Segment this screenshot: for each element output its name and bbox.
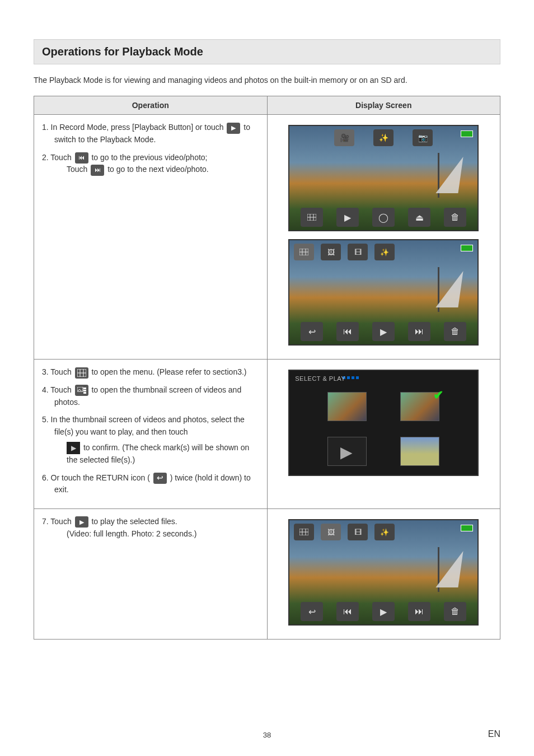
photo-mode-icon: 📷 — [413, 129, 433, 146]
slideshow-tab-icon: 🎞 — [348, 244, 368, 260]
next-icon: ⏭ — [408, 602, 430, 621]
col-operation-header: Operation — [34, 96, 268, 115]
decorative-sail — [436, 271, 463, 307]
svg-rect-14 — [83, 390, 86, 391]
trash-icon: 🗑 — [444, 322, 466, 341]
step-2b-post: to go to the next video/photo. — [107, 165, 209, 174]
section-title: Operations for Playback Mode — [42, 45, 492, 58]
effects-mode-icon: ✨ — [373, 129, 394, 146]
thumbnail-icon — [75, 385, 88, 396]
step-6: 6. Or touch the RETURN icon ( ) twice (h… — [42, 472, 259, 496]
thumbnail-tab-icon: 🖼 — [321, 244, 341, 260]
playback-screen-3: 🖼 🎞 ✨ ↩ ⏮ ▶ ⏭ 🗑 — [288, 519, 479, 626]
step-5: 5. In the thumbnail screen of videos and… — [42, 414, 259, 466]
grid-tab-icon — [294, 524, 314, 540]
playback-mode-icon — [227, 123, 240, 134]
confirm-play-icon — [67, 442, 80, 454]
effects-tab-icon: ✨ — [374, 524, 395, 540]
step-5-text: 5. In the thumbnail screen of videos and… — [42, 415, 245, 436]
step-2: 2. Touch to go to the previous video/pho… — [42, 152, 259, 176]
decorative-sail — [436, 551, 463, 587]
next-icon: ⏭ — [408, 322, 430, 341]
operation-cell-3: 7. Touch to play the selected files. (Vi… — [34, 509, 268, 640]
camera-icon: ◯ — [372, 208, 395, 227]
step-4-pre: 4. Touch — [42, 385, 74, 394]
table-row: 1. In Record Mode, press [Playback Butto… — [34, 115, 500, 360]
display-cell-3: 🖼 🎞 ✨ ↩ ⏮ ▶ ⏭ 🗑 — [267, 509, 500, 640]
select-play-screen: SELECT & PLAY — [288, 370, 479, 476]
display-cell-2: SELECT & PLAY — [267, 360, 500, 509]
grid-tab-icon — [294, 244, 314, 260]
section-header: Operations for Playback Mode — [34, 39, 500, 64]
step-1: 1. In Record Mode, press [Playback Butto… — [42, 122, 259, 146]
step-2b-pre: Touch — [67, 165, 90, 174]
col-display-header: Display Screen — [267, 96, 500, 115]
step-2-pre: 2. Touch — [42, 153, 74, 162]
top-mode-bar: 🎥 ✨ 📷 — [289, 129, 477, 146]
prev-icon: ⏮ — [336, 602, 359, 621]
thumbnail-item — [400, 437, 439, 466]
bottom-tool-bar: ▶ ◯ ⏏ 🗑 — [289, 208, 477, 227]
trash-icon: 🗑 — [444, 208, 466, 227]
step-1-pre: 1. In Record Mode, press [Playback Butto… — [42, 123, 226, 132]
step-7-pre: 7. Touch — [42, 517, 74, 526]
play-icon: ▶ — [372, 322, 395, 341]
play-icon: ▶ — [336, 208, 359, 227]
slideshow-tab-icon: 🎞 — [348, 524, 368, 540]
table-row: 7. Touch to play the selected files. (Vi… — [34, 509, 500, 640]
svg-rect-13 — [83, 388, 86, 389]
return-icon — [153, 473, 167, 484]
step-3-pre: 3. Touch — [42, 367, 74, 376]
page: Operations for Playback Mode The Playbac… — [0, 0, 534, 756]
table-row: 3. Touch to open the menu. (Please refer… — [34, 360, 500, 509]
thumbnail-play-button — [327, 437, 367, 466]
play-icon: ▶ — [372, 602, 395, 621]
prev-icon: ⏮ — [336, 322, 359, 341]
operation-cell-1: 1. In Record Mode, press [Playback Butto… — [34, 115, 268, 360]
bottom-nav-bar: ↩ ⏮ ▶ ⏭ 🗑 — [289, 322, 477, 341]
video-mode-icon: 🎥 — [334, 129, 354, 146]
effects-tab-icon: ✨ — [374, 244, 395, 260]
trash-icon: 🗑 — [444, 602, 466, 621]
thumbnail-grid — [289, 392, 477, 476]
thumbnail-item — [327, 392, 367, 421]
return-icon: ↩ — [301, 602, 323, 621]
step-7: 7. Touch to play the selected files. (Vi… — [42, 516, 259, 540]
step-2-line2: Touch to go to the next video/photo. — [67, 164, 259, 176]
decorative-sail — [436, 157, 463, 193]
step-6-pre: 6. Or touch the RETURN icon ( — [42, 473, 152, 482]
next-icon — [91, 165, 104, 176]
select-play-label: SELECT & PLAY — [295, 375, 345, 382]
step-7-post: to play the selected files. — [91, 517, 177, 526]
page-number: 38 — [263, 731, 271, 739]
thumbnail-item-checked — [400, 392, 439, 421]
step-7-line2: (Video: full length. Photo: 2 seconds.) — [67, 528, 259, 540]
bottom-nav-bar: ↩ ⏮ ▶ ⏭ 🗑 — [289, 602, 477, 621]
step-3: 3. Touch to open the menu. (Please refer… — [42, 366, 259, 379]
display-cell-1: 🎥 ✨ 📷 ▶ ◯ ⏏ — [267, 115, 500, 360]
step-2-mid: to go to the previous video/photo; — [91, 153, 207, 162]
return-icon: ↩ — [301, 322, 323, 341]
step-5b: to confirm. (The check mark(s) will be s… — [67, 442, 259, 466]
step-3-post: to open the menu. (Please refer to secti… — [91, 367, 246, 376]
step-5b-text: to confirm. (The check mark(s) will be s… — [67, 443, 249, 464]
previous-icon — [75, 152, 88, 164]
battery-icon — [461, 245, 473, 251]
language-label: EN — [488, 729, 500, 739]
share-icon: ⏏ — [408, 208, 430, 227]
play-icon — [75, 516, 88, 528]
top-submode-bar: 🖼 🎞 ✨ — [294, 524, 395, 540]
menu-grid-icon — [75, 367, 88, 379]
step-4: 4. Touch to open the thumbnail screen of… — [42, 384, 259, 408]
svg-rect-15 — [83, 392, 86, 394]
page-footer: 38 EN — [0, 731, 534, 739]
battery-icon — [461, 525, 473, 531]
intro-text: The Playback Mode is for viewing and man… — [34, 74, 500, 86]
thumbnail-tab-icon: 🖼 — [321, 524, 341, 540]
operations-table: Operation Display Screen 1. In Record Mo… — [34, 96, 500, 640]
battery-icon — [461, 130, 473, 137]
playback-screen-1: 🎥 ✨ 📷 ▶ ◯ ⏏ — [288, 125, 479, 231]
top-submode-bar: 🖼 🎞 ✨ — [294, 244, 395, 260]
playback-screen-2: 🖼 🎞 ✨ ↩ ⏮ ▶ ⏭ 🗑 — [288, 239, 479, 346]
menu-grid-icon — [301, 208, 323, 227]
